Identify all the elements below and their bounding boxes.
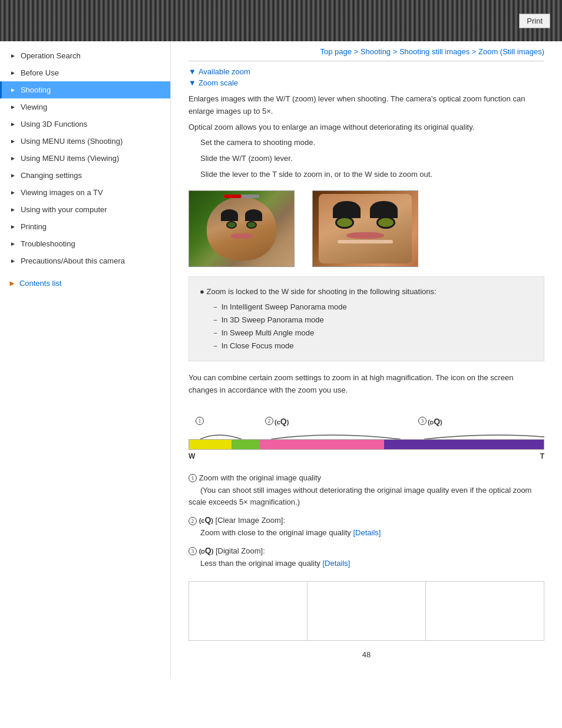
arrow-icon: ► [10,258,16,264]
intro-text-1: Enlarges images with the W/T (zoom) leve… [189,93,544,118]
note-item-3: － In Sweep Multi Angle mode [211,327,533,340]
triangle-down-icon: ▼ [189,78,196,87]
note-item-1: － In Intelligent Sweep Panorama mode [211,301,533,314]
arrow-icon: ► [10,121,16,127]
sidebar-item-using-3d[interactable]: ► Using 3D Functions [0,116,170,133]
table-cell-2 [308,582,426,641]
available-zoom-intro: You can combine certain zoom settings to… [189,372,544,397]
zoom-num-1: 1 [196,417,204,425]
sidebar-item-label: Before Use [21,68,59,77]
sidebar-item-label: Using MENU items (Shooting) [21,137,123,146]
arrow-icon: ► [10,87,16,93]
contents-list-label: Contents list [19,279,62,288]
breadcrumb: Top page > Shooting > Shooting still ima… [189,47,544,61]
arrow-icon: ► [10,52,16,59]
note-item-2: － In 3D Sweep Panorama mode [211,314,533,327]
triangle-down-icon: ▼ [189,67,196,76]
sidebar-item-label: Using MENU items (Viewing) [21,154,119,163]
zoom-diagram: 1 2 (cQ) 3 (DQ) [189,405,544,460]
note-box: ● Zoom is locked to the W side for shoot… [189,276,544,361]
section-links: ▼Available zoom ▼Zoom scale [189,67,544,87]
zoom-num-2: 2 [265,417,273,425]
zoom-curve-svg [189,430,544,439]
zoom-bar-green [232,440,260,449]
sidebar-item-viewing-tv[interactable]: ► Viewing images on a TV [0,184,170,201]
available-zoom-link[interactable]: ▼Available zoom [189,67,544,76]
sidebar-item-printing[interactable]: ► Printing [0,218,170,235]
arrow-icon: ► [10,223,16,230]
sidebar-item-label: Operation Search [21,51,81,60]
camera-images-row [189,190,544,267]
sidebar-item-label: Precautions/About this camera [21,256,125,265]
breadcrumb-current: Zoom (Still images) [478,47,544,56]
sidebar-item-label: Using 3D Functions [21,120,87,129]
arrow-icon: ► [10,70,16,76]
zoom-t-label: T [540,452,544,460]
sidebar-item-label: Troubleshooting [21,239,75,248]
step-1: Set the camera to shooting mode. [200,137,544,149]
page-number: 48 [189,650,544,659]
sidebar-item-label: Viewing images on a TV [21,188,103,197]
zoom-image-tele [312,190,418,267]
header-bar: Print [0,0,562,41]
breadcrumb-still-images[interactable]: Shooting still images [399,47,470,56]
note-header: ● Zoom is locked to the W side for shoot… [200,285,533,298]
arrow-icon: ► [10,155,16,162]
note-item-4: － In Close Focus mode [211,340,533,353]
arrow-icon: ► [10,206,16,213]
sidebar-item-viewing[interactable]: ► Viewing [0,98,170,116]
zoom-bar-yellow [189,440,232,449]
zoom-bar [189,439,544,450]
sidebar-item-precautions[interactable]: ► Precautions/About this camera [0,252,170,269]
zoom-num-3: 3 [418,417,427,425]
sidebar-item-changing-settings[interactable]: ► Changing settings [0,167,170,184]
table-cell-3 [426,582,544,641]
print-button[interactable]: Print [519,14,550,28]
step-2: Slide the W/T (zoom) lever. [200,153,544,165]
bottom-table [189,581,544,641]
step-3: Slide the lever to the T side to zoom in… [200,169,544,181]
breadcrumb-shooting[interactable]: Shooting [361,47,391,56]
intro-text-2: Optical zoom allows you to enlarge an im… [189,121,544,134]
sidebar-item-label: Viewing [21,103,47,111]
breadcrumb-top[interactable]: Top page [320,47,352,56]
details-link-2[interactable]: [Details] [353,528,381,537]
sidebar-item-before-use[interactable]: ► Before Use [0,64,170,81]
sidebar-item-label: Printing [21,222,47,231]
zoom-bar-pink [260,440,384,449]
sidebar-item-label: Shooting [21,85,51,94]
sidebar-item-using-menu-shooting[interactable]: ► Using MENU items (Shooting) [0,133,170,150]
zoom-bar-purple [384,440,544,449]
zoom-desc-3: 3 (DQ) [Digital Zoom]: Less than the ori… [189,544,544,570]
zoom-desc-1: 1 Zoom with the original image quality (… [189,472,544,509]
table-cell-1 [189,582,308,641]
arrow-icon: ► [10,172,16,179]
main-content: Top page > Shooting > Shooting still ima… [171,41,562,677]
zoom-image-wide [189,190,295,267]
zoom-w-label: W [189,452,195,460]
contents-list-link[interactable]: ► Contents list [0,273,170,294]
zoom-desc-2: 2 (cQ) [Clear Image Zoom]: Zoom with clo… [189,513,544,539]
sidebar-item-label: Using with your computer [21,205,107,214]
arrow-icon: ► [10,241,16,247]
sidebar: ► Operation Search ► Before Use ► Shooti… [0,41,171,677]
sidebar-item-label: Changing settings [21,171,82,180]
sidebar-item-using-menu-viewing[interactable]: ► Using MENU items (Viewing) [0,150,170,167]
sidebar-item-using-computer[interactable]: ► Using with your computer [0,201,170,218]
arrow-icon: ► [10,104,16,110]
arrow-icon: ► [10,189,16,196]
sidebar-item-shooting[interactable]: ► Shooting [0,81,170,98]
sidebar-item-troubleshooting[interactable]: ► Troubleshooting [0,235,170,252]
arrow-right-icon: ► [8,279,16,288]
sidebar-item-operation-search[interactable]: ► Operation Search [0,47,170,64]
zoom-wt-labels: W T [189,452,544,460]
arrow-icon: ► [10,138,16,144]
zoom-scale-link[interactable]: ▼Zoom scale [189,78,544,87]
details-link-3[interactable]: [Details] [322,559,350,568]
